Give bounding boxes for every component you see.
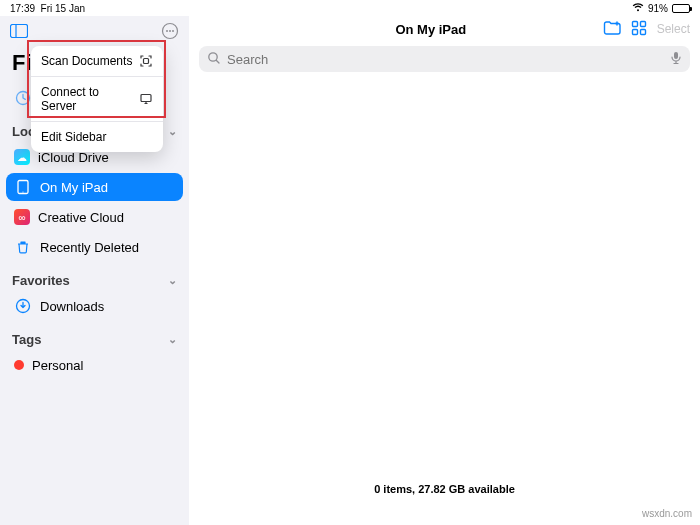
svg-rect-12 (632, 21, 637, 26)
svg-point-5 (172, 30, 174, 32)
search-icon (207, 51, 221, 68)
status-right: 91% (632, 2, 690, 14)
watermark: wsxdn.com (642, 508, 692, 519)
sidebar-toggle-icon[interactable] (10, 22, 28, 40)
icloud-icon: ☁︎ (14, 149, 30, 165)
page-title: On My iPad (269, 22, 593, 37)
status-footer: 0 items, 27.82 GB available (189, 483, 700, 495)
mic-icon[interactable] (670, 51, 682, 68)
svg-point-8 (22, 191, 23, 192)
creative-cloud-icon: ∞ (14, 209, 30, 225)
status-time-date: 17:39 Fri 15 Jan (10, 3, 85, 14)
sidebar: Fil R Locations ⌄ ☁︎ iCloud Drive On My … (0, 16, 189, 525)
view-grid-icon[interactable] (631, 20, 647, 39)
sidebar-item-downloads[interactable]: Downloads (6, 292, 183, 320)
tag-dot-icon (14, 360, 24, 370)
section-tags[interactable]: Tags ⌄ (6, 326, 183, 349)
wifi-icon (632, 2, 644, 14)
search-input[interactable] (227, 52, 664, 67)
new-folder-icon[interactable] (603, 20, 621, 39)
svg-point-4 (169, 30, 171, 32)
section-favorites[interactable]: Favorites ⌄ (6, 267, 183, 290)
ipad-icon (14, 178, 32, 196)
svg-rect-10 (144, 59, 149, 64)
menu-connect-to-server[interactable]: Connect to Server (31, 77, 163, 122)
sidebar-item-label: Downloads (40, 299, 104, 314)
battery-icon (672, 4, 690, 13)
file-area: 0 items, 27.82 GB available (189, 78, 700, 525)
battery-pct: 91% (648, 3, 668, 14)
status-bar: 17:39 Fri 15 Jan 91% (0, 0, 700, 16)
chevron-down-icon: ⌄ (168, 125, 177, 138)
downloads-icon (14, 297, 32, 315)
sidebar-item-recently-deleted[interactable]: Recently Deleted (6, 233, 183, 261)
sidebar-item-tag-personal[interactable]: Personal (6, 351, 183, 379)
sidebar-item-label: Creative Cloud (38, 210, 124, 225)
svg-rect-15 (640, 29, 645, 34)
trash-icon (14, 238, 32, 256)
clock-icon (14, 89, 32, 107)
scan-icon (137, 54, 153, 68)
svg-rect-0 (11, 25, 28, 38)
menu-scan-documents[interactable]: Scan Documents (31, 46, 163, 77)
more-menu-popover: Scan Documents Connect to Server Edit Si… (31, 46, 163, 152)
svg-rect-11 (141, 95, 151, 102)
svg-rect-14 (632, 29, 637, 34)
toolbar: On My iPad Select (189, 16, 700, 42)
menu-edit-sidebar[interactable]: Edit Sidebar (31, 122, 163, 152)
svg-line-17 (216, 60, 219, 63)
svg-point-3 (166, 30, 168, 32)
chevron-down-icon: ⌄ (168, 274, 177, 287)
sidebar-item-label: On My iPad (40, 180, 108, 195)
sidebar-item-label: Recently Deleted (40, 240, 139, 255)
sidebar-item-on-my-ipad[interactable]: On My iPad (6, 173, 183, 201)
server-icon (137, 92, 153, 106)
select-button[interactable]: Select (657, 22, 690, 36)
svg-rect-13 (640, 21, 645, 26)
content-pane: On My iPad Select 0 items, 27.82 GB ava (189, 16, 700, 525)
sidebar-item-creative-cloud[interactable]: ∞ Creative Cloud (6, 203, 183, 231)
sidebar-item-label: Personal (32, 358, 83, 373)
svg-rect-18 (674, 52, 678, 59)
search-bar[interactable] (199, 46, 690, 72)
more-menu-icon[interactable] (161, 22, 179, 40)
chevron-down-icon: ⌄ (168, 333, 177, 346)
